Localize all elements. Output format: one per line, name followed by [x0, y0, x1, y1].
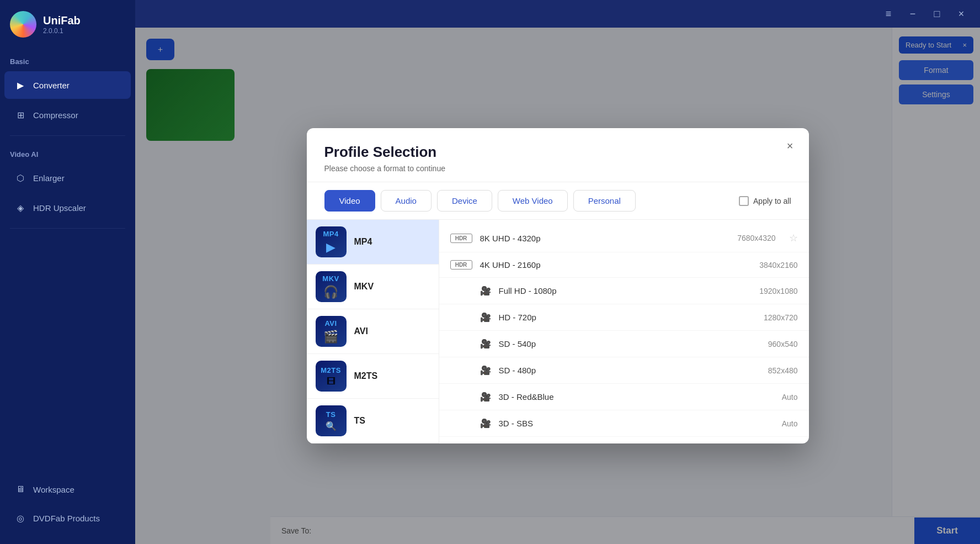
- sidebar-item-enlarger[interactable]: ⬡ Enlarger: [4, 164, 131, 192]
- sidebar-item-label-dvdfab: DVDFab Products: [33, 514, 100, 523]
- quality-name-3d-rb: 3D - Red&Blue: [499, 392, 774, 402]
- format-item-avi[interactable]: AVI 🎬 AVI: [307, 309, 439, 354]
- quality-resolution-3d-sbs: Auto: [782, 419, 798, 428]
- sidebar-item-label-enlarger: Enlarger: [33, 173, 65, 183]
- quality-name-fullhd: Full HD - 1080p: [499, 286, 752, 295]
- quality-name-8k: 8K UHD - 4320p: [480, 234, 730, 243]
- quality-name-sd480: SD - 480p: [499, 366, 760, 375]
- apply-all-area: Apply to all: [739, 196, 791, 206]
- app-logo: UniFab 2.0.0.1: [0, 0, 135, 49]
- sidebar-item-converter[interactable]: ▶ Converter: [4, 71, 131, 99]
- modal-tabs: Video Audio Device Web Video Personal Ap…: [307, 182, 809, 220]
- quality-list: HDR 8K UHD - 4320p 7680x4320 ☆ HDR 4K UH…: [439, 220, 809, 443]
- sidebar-item-label-workspace: Workspace: [33, 485, 74, 494]
- app-version: 2.0.0.1: [43, 27, 81, 35]
- format-name-ts: TS: [354, 416, 365, 426]
- modal-title: Profile Selection: [324, 144, 791, 161]
- close-button[interactable]: ×: [954, 6, 969, 22]
- star-icon-8k[interactable]: ☆: [789, 232, 798, 244]
- app-name: UniFab: [43, 14, 81, 27]
- profile-selection-modal: Profile Selection Please choose a format…: [307, 128, 809, 443]
- main-content: ≡ − □ × ＋ Ready to Start × Format Settin…: [135, 0, 980, 544]
- video-icon-3d-sbs: 🎥: [480, 418, 491, 429]
- tab-personal[interactable]: Personal: [573, 190, 636, 212]
- quality-item-hd720[interactable]: HDR 🎥 HD - 720p 1280x720: [439, 304, 809, 331]
- video-icon-sd480: 🎥: [480, 365, 491, 376]
- format-list: MP4 ▶ MP4 MKV 🎧 MKV: [307, 220, 439, 443]
- sidebar-bottom: 🖥 Workspace ◎ DVDFab Products: [0, 474, 135, 544]
- hdr-badge-4k: HDR: [450, 260, 472, 270]
- headphone-icon: 🎧: [323, 285, 338, 299]
- clapboard-icon: 🎬: [323, 330, 338, 344]
- converter-icon: ▶: [14, 79, 26, 91]
- format-item-m2ts[interactable]: M2TS 🎞 M2TS: [307, 354, 439, 399]
- tab-device[interactable]: Device: [437, 190, 492, 212]
- format-icon-avi: AVI 🎬: [316, 316, 347, 347]
- quality-resolution-fullhd: 1920x1080: [759, 287, 797, 295]
- format-icon-mp4: MP4 ▶: [316, 226, 347, 257]
- maximize-button[interactable]: □: [929, 6, 945, 22]
- format-item-ts[interactable]: TS 🔍 TS: [307, 399, 439, 443]
- tab-video[interactable]: Video: [324, 190, 375, 212]
- format-item-mkv[interactable]: MKV 🎧 MKV: [307, 265, 439, 309]
- sidebar-item-label-converter: Converter: [33, 81, 70, 90]
- sidebar-item-label-hdr: HDR Upscaler: [33, 203, 86, 213]
- dvdfab-icon: ◎: [14, 512, 26, 524]
- quality-resolution-3d-rb: Auto: [782, 393, 798, 402]
- quality-resolution-sd480: 852x480: [768, 366, 798, 375]
- apply-all-label: Apply to all: [753, 197, 791, 205]
- hdr-upscaler-icon: ◈: [14, 202, 26, 214]
- menu-icon[interactable]: ≡: [881, 6, 896, 22]
- sidebar-item-workspace[interactable]: 🖥 Workspace: [4, 476, 131, 503]
- quality-resolution-4k: 3840x2160: [759, 261, 797, 270]
- minimize-button[interactable]: −: [905, 6, 920, 22]
- topbar: ≡ − □ ×: [135, 0, 980, 28]
- compressor-icon: ⊞: [14, 109, 26, 121]
- sidebar-item-hdr-upscaler[interactable]: ◈ HDR Upscaler: [4, 194, 131, 221]
- sidebar: UniFab 2.0.0.1 Basic ▶ Converter ⊞ Compr…: [0, 0, 135, 544]
- sidebar-item-compressor[interactable]: ⊞ Compressor: [4, 101, 131, 129]
- format-name-mkv: MKV: [354, 282, 374, 292]
- sidebar-item-label-compressor: Compressor: [33, 110, 78, 120]
- quality-item-4k[interactable]: HDR 4K UHD - 2160p 3840x2160: [439, 252, 809, 278]
- quality-name-hd720: HD - 720p: [499, 313, 756, 322]
- quality-resolution-sd540: 960x540: [768, 340, 798, 348]
- enlarger-icon: ⬡: [14, 172, 26, 184]
- logo-icon: [10, 11, 36, 38]
- ts-icon: 🔍: [326, 421, 337, 431]
- quality-item-sd480[interactable]: HDR 🎥 SD - 480p 852x480: [439, 357, 809, 384]
- quality-item-8k[interactable]: HDR 8K UHD - 4320p 7680x4320 ☆: [439, 224, 809, 252]
- quality-item-fullhd[interactable]: HDR 🎥 Full HD - 1080p 1920x1080: [439, 278, 809, 304]
- workspace-icon: 🖥: [14, 483, 26, 495]
- video-icon-hd720: 🎥: [480, 312, 491, 323]
- format-icon-m2ts: M2TS 🎞: [316, 361, 347, 392]
- quality-item-3d-sbs[interactable]: HDR 🎥 3D - SBS Auto: [439, 410, 809, 437]
- film-icon: ▶: [326, 240, 335, 255]
- sidebar-divider-1: [10, 135, 125, 136]
- modal-subtitle: Please choose a format to continue: [324, 164, 791, 173]
- quality-resolution-hd720: 1280x720: [764, 313, 798, 322]
- quality-item-3d-rb[interactable]: HDR 🎥 3D - Red&Blue Auto: [439, 384, 809, 410]
- sidebar-item-dvdfab[interactable]: ◎ DVDFab Products: [4, 504, 131, 532]
- format-icon-ts: TS 🔍: [316, 405, 347, 436]
- format-name-avi: AVI: [354, 326, 368, 336]
- format-item-mp4[interactable]: MP4 ▶ MP4: [307, 220, 439, 265]
- modal-close-button[interactable]: ×: [782, 138, 798, 154]
- modal-header: Profile Selection Please choose a format…: [307, 128, 809, 182]
- video-icon-fullhd: 🎥: [480, 286, 491, 296]
- quality-name-sd540: SD - 540p: [499, 339, 760, 348]
- format-name-m2ts: M2TS: [354, 371, 378, 381]
- format-name-mp4: MP4: [354, 237, 372, 247]
- tab-audio[interactable]: Audio: [381, 190, 432, 212]
- video-icon-3d-rb: 🎥: [480, 392, 491, 402]
- sidebar-section-videoai: Video AI: [0, 141, 135, 163]
- quality-item-sd540[interactable]: HDR 🎥 SD - 540p 960x540: [439, 331, 809, 357]
- apply-all-checkbox[interactable]: [739, 196, 749, 206]
- modal-overlay: Profile Selection Please choose a format…: [135, 28, 980, 544]
- quality-name-4k: 4K UHD - 2160p: [480, 260, 752, 270]
- quality-resolution-8k: 7680x4320: [737, 234, 775, 242]
- reel-icon: 🎞: [327, 377, 335, 387]
- tab-web-video[interactable]: Web Video: [498, 190, 568, 212]
- sidebar-divider-2: [10, 228, 125, 229]
- modal-body: MP4 ▶ MP4 MKV 🎧 MKV: [307, 220, 809, 443]
